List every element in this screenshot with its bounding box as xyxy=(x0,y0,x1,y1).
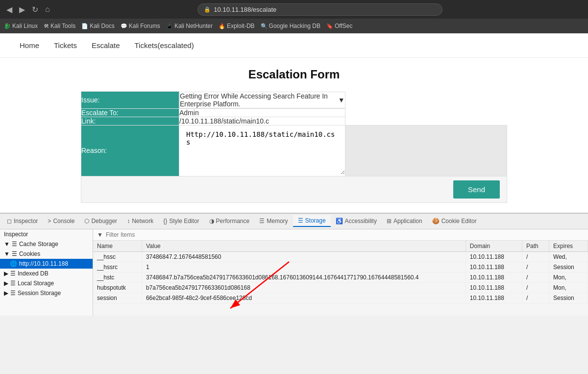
bookmark-kali-tools[interactable]: 🛠Kali Tools xyxy=(44,23,75,29)
filter-input[interactable] xyxy=(106,231,584,238)
escalation-form: Issue: Getting Error While Accessing Sea… xyxy=(81,91,507,203)
dropdown-arrow-icon: ▼ xyxy=(338,96,345,104)
issue-value[interactable]: Getting Error While Accessing Search Fea… xyxy=(179,92,345,108)
cell-expires: Mon, xyxy=(549,282,588,293)
bookmark-kali-forums[interactable]: 💬Kali Forums xyxy=(121,23,160,29)
page-content: HomeTicketsEscalateTickets(escalated) Es… xyxy=(0,33,588,213)
cell-path: / xyxy=(522,262,549,272)
tab-network[interactable]: ↕Network xyxy=(122,216,158,226)
tab-icon-inspector: ◻ xyxy=(7,218,12,224)
tab-memory[interactable]: ☰Memory xyxy=(254,216,293,226)
table-row[interactable]: __hstc37486847.b7a756cea5b24791776633601… xyxy=(93,272,588,282)
tab-inspector[interactable]: ◻Inspector xyxy=(2,216,43,226)
tab-icon-network: ↕ xyxy=(127,218,130,224)
bookmark-google-hacking[interactable]: 🔍Google Hacking DB xyxy=(261,23,320,29)
col-header-expires: Expires xyxy=(549,241,588,252)
cookie-table-container: NameValueDomainPathExpires __hssc3748684… xyxy=(93,241,588,316)
col-header-name: Name xyxy=(93,241,142,252)
globe-icon: 🌐 xyxy=(10,260,17,267)
nav-link-escalate[interactable]: Escalate xyxy=(92,41,120,50)
link-label: Link: xyxy=(81,117,179,125)
table-row[interactable]: __hssc37486847.2.167644858156010.10.11.1… xyxy=(93,251,588,262)
expand-arrow-icon: ▶ xyxy=(4,280,8,287)
table-row[interactable]: hubspotutkb7a756cea5b24791776633601d0861… xyxy=(93,282,588,293)
forward-button[interactable]: ▶ xyxy=(17,4,27,15)
bookmark-icon: 💬 xyxy=(121,23,127,29)
tab-style-editor[interactable]: {}Style Editor xyxy=(158,216,204,226)
home-button[interactable]: ⌂ xyxy=(43,4,52,15)
nav-link-tickets[interactable]: Tickets xyxy=(54,41,77,50)
tab-debugger[interactable]: ⬡Debugger xyxy=(79,216,122,226)
bookmark-kali-linux[interactable]: 🐉Kali Linux xyxy=(4,23,38,29)
lock-icon: 🔒 xyxy=(204,6,211,13)
sidebar-group-session-storage[interactable]: ▶☰Session Storage xyxy=(0,288,93,298)
escalate-to-value: Admin xyxy=(179,108,345,117)
cookie-table: NameValueDomainPathExpires __hssc3748684… xyxy=(93,241,588,303)
nav-link-tickets-escalated-[interactable]: Tickets(escalated) xyxy=(135,41,194,50)
cell-domain: 10.10.11.188 xyxy=(466,282,522,293)
reason-textarea[interactable]: Http://10.10.11.188/static/main10.css xyxy=(179,125,345,175)
form-right-panel xyxy=(345,125,507,176)
sidebar-group-cache-storage[interactable]: ▼☰Cache Storage xyxy=(0,239,93,249)
reload-button[interactable]: ↻ xyxy=(29,4,41,15)
devtools-panel: ◻Inspector>Console⬡Debugger↕Network{}Sty… xyxy=(0,213,588,316)
db-icon: ☰ xyxy=(10,270,16,277)
cell-name: __hssrc xyxy=(93,262,142,272)
filter-bar: ▼ xyxy=(93,229,588,241)
sidebar-group-local-storage[interactable]: ▶☰Local Storage xyxy=(0,278,93,288)
col-header-path: Path xyxy=(522,241,549,252)
bookmark-kali-docs[interactable]: 📄Kali Docs xyxy=(81,23,115,29)
tab-cookie-editor[interactable]: 🍪Cookie Editor xyxy=(427,216,482,226)
expand-arrow-icon: ▶ xyxy=(4,270,8,277)
cell-domain: 10.10.11.188 xyxy=(466,262,522,272)
bookmark-exploit-db[interactable]: 🔥Exploit-DB xyxy=(219,23,255,29)
tab-console[interactable]: >Console xyxy=(43,216,79,226)
bookmark-icon: 📱 xyxy=(166,23,173,29)
expand-arrow-icon: ▼ xyxy=(4,250,10,257)
issue-row: Issue: Getting Error While Accessing Sea… xyxy=(81,92,507,109)
escalate-to-row: Escalate To: Admin xyxy=(81,108,507,117)
send-row: Send xyxy=(81,176,507,202)
bookmark-icon: 🔥 xyxy=(219,23,225,29)
cell-expires: Session xyxy=(549,262,588,272)
tab-accessibility[interactable]: ♿Accessibility xyxy=(331,216,382,226)
reason-row: Reason: Http://10.10.11.188/static/main1… xyxy=(81,125,507,176)
tab-icon-debugger: ⬡ xyxy=(84,218,89,224)
filter-icon: ▼ xyxy=(97,231,103,238)
db-icon: ☰ xyxy=(12,250,17,257)
nav-buttons: ◀ ▶ ↻ ⌂ xyxy=(4,4,52,15)
bookmarks-bar: 🐉Kali Linux🛠Kali Tools📄Kali Docs💬Kali Fo… xyxy=(0,19,588,33)
nav-link-home[interactable]: Home xyxy=(20,41,39,50)
issue-label: Issue: xyxy=(81,92,179,109)
sidebar-group-cookies[interactable]: ▼☰Cookies xyxy=(0,249,93,259)
bookmark-offsec[interactable]: 🔖OffSec xyxy=(326,23,352,29)
devtools-tabs: ◻Inspector>Console⬡Debugger↕Network{}Sty… xyxy=(0,214,588,229)
tab-storage[interactable]: ☰Storage xyxy=(293,215,331,227)
bookmark-kali-nethunter[interactable]: 📱Kali NetHunter xyxy=(166,23,213,29)
link-value: /10.10.11.188/static/main10.c xyxy=(179,117,345,125)
cell-value: 1 xyxy=(142,262,466,272)
devtools-sidebar: Inspector▼☰Cache Storage▼☰Cookies🌐http:/… xyxy=(0,229,93,316)
reason-value-cell: Http://10.10.11.188/static/main10.css xyxy=(179,125,345,176)
tab-application[interactable]: ⊞Application xyxy=(382,216,427,226)
send-button[interactable]: Send xyxy=(453,180,500,199)
cell-domain: 10.10.11.188 xyxy=(466,272,522,282)
tab-icon-style-editor: {} xyxy=(163,218,167,224)
cell-path: / xyxy=(522,251,549,262)
address-bar[interactable]: 🔒 10.10.11.188/escalate xyxy=(197,3,442,16)
back-button[interactable]: ◀ xyxy=(4,4,15,15)
sidebar-group-indexed-db[interactable]: ▶☰Indexed DB xyxy=(0,269,93,278)
escalate-to-label: Escalate To: xyxy=(81,108,179,117)
cell-name: session xyxy=(93,293,142,303)
sidebar-item-cookie-url[interactable]: 🌐http://10.10.11.188 xyxy=(0,259,93,269)
db-icon: ☰ xyxy=(10,280,16,287)
table-row[interactable]: __hssrc110.10.11.188/Session xyxy=(93,262,588,272)
tab-icon-performance: ◑ xyxy=(209,218,214,224)
cell-value: 66e2bcaf-985f-48c2-9cef-6586cee128cd xyxy=(142,293,466,303)
col-header-domain: Domain xyxy=(466,241,522,252)
table-row[interactable]: session66e2bcaf-985f-48c2-9cef-6586cee12… xyxy=(93,293,588,303)
sidebar-header-label: Inspector xyxy=(4,231,28,238)
tab-icon-console: > xyxy=(48,218,51,224)
cell-path: / xyxy=(522,282,549,293)
tab-performance[interactable]: ◑Performance xyxy=(204,216,255,226)
